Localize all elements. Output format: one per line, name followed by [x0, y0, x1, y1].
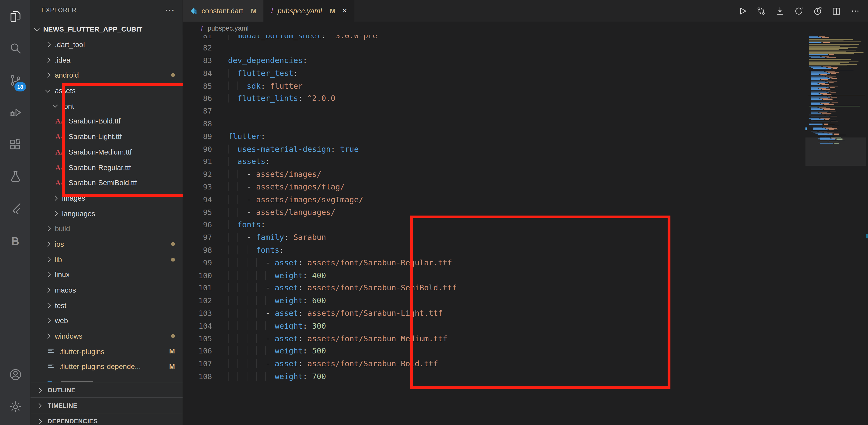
code-line-98[interactable]: 98 fonts:: [183, 244, 805, 256]
tree-item-lib[interactable]: lib: [31, 252, 183, 267]
file-tree: NEWS_FLUTTER_APP_CUBIT.dart_tool.ideaand…: [31, 22, 183, 382]
tree-item-sarabun-medium-ttf[interactable]: AASarabun-Medium.ttf: [31, 144, 183, 160]
account-activity-button[interactable]: [0, 359, 31, 391]
minimap-line: [808, 95, 865, 95]
flutter-activity-button[interactable]: [0, 193, 31, 225]
tree-item-font[interactable]: font: [31, 98, 183, 114]
code-line-105[interactable]: 105 - asset: assets/font/Sarabun-Medium.…: [183, 332, 805, 345]
code-line-84[interactable]: 84 flutter_test:: [183, 67, 805, 80]
git-compare-button[interactable]: [756, 6, 766, 16]
explorer-activity-button[interactable]: [0, 0, 31, 32]
testing-activity-button[interactable]: [0, 161, 31, 193]
split-editor-button[interactable]: [831, 6, 841, 16]
minimap[interactable]: [805, 22, 866, 425]
sync-button[interactable]: [794, 6, 804, 16]
overview-ruler-mark: [866, 234, 868, 238]
code-line-88[interactable]: 88: [183, 117, 805, 130]
tab-label: pubspec.yaml: [277, 6, 322, 15]
close-icon[interactable]: ✕: [342, 7, 347, 15]
tree-item-android[interactable]: android: [31, 68, 183, 83]
code-line-97[interactable]: 97 - family: Sarabun: [183, 231, 805, 244]
tree-item-sarabun-light-ttf[interactable]: AASarabun-Light.ttf: [31, 129, 183, 144]
code-editor[interactable]: 81 modal_bottom_sheet: ^3.0.0-pre8283dev…: [183, 29, 805, 425]
code-line-83[interactable]: 83dev_dependencies:: [183, 54, 805, 67]
code-line-104[interactable]: 104 weight: 300: [183, 320, 805, 332]
tree-item-sarabun-semibold-ttf[interactable]: AASarabun-SemiBold.ttf: [31, 175, 183, 191]
code-line-101[interactable]: 101 - asset: assets/font/Sarabun-SemiBol…: [183, 282, 805, 294]
more-actions-button[interactable]: [850, 6, 860, 16]
minimap-line: [808, 107, 865, 108]
tree-item-build[interactable]: build: [31, 221, 183, 236]
tree-item-label: font: [62, 102, 74, 110]
panel-header-timeline[interactable]: TIMELINE: [31, 397, 183, 413]
tree-item-ios[interactable]: ios: [31, 236, 183, 252]
code-line-91[interactable]: 91 assets:: [183, 155, 805, 168]
tab-pubspec-yaml[interactable]: !pubspec.yamlM✕: [264, 0, 354, 22]
tree-item-sarabun-regular-ttf[interactable]: AASarabun-Regular.ttf: [31, 160, 183, 175]
code-line-96[interactable]: 96 fonts:: [183, 219, 805, 231]
code-line-99[interactable]: 99 - asset: assets/font/Sarabun-Regular.…: [183, 256, 805, 269]
tree-item-images[interactable]: images: [31, 191, 183, 206]
panel-header-outline[interactable]: OUTLINE: [31, 382, 183, 398]
code-line-85[interactable]: 85 sdk: flutter: [183, 80, 805, 92]
code-line-82[interactable]: 82: [183, 42, 805, 54]
source-control-activity-button[interactable]: 18: [0, 64, 31, 96]
code-line-86[interactable]: 86 flutter_lints: ^2.0.0: [183, 92, 805, 105]
tree-item-sarabun-bold-ttf[interactable]: AASarabun-Bold.ttf: [31, 114, 183, 129]
code-line-94[interactable]: 94 - assets/images/svgImage/: [183, 193, 805, 206]
more-actions-icon[interactable]: ···: [165, 6, 175, 15]
settings-activity-button[interactable]: [0, 391, 31, 423]
line-number: 86: [183, 92, 212, 105]
line-number: 85: [183, 80, 212, 92]
yaml-warning-icon: !: [200, 24, 203, 33]
code-line-93[interactable]: 93 - assets/images/flag/: [183, 181, 805, 193]
tree-item-assets[interactable]: assets: [31, 83, 183, 98]
tree-item-windows[interactable]: windows: [31, 329, 183, 344]
code-line-100[interactable]: 100 weight: 400: [183, 269, 805, 282]
code-text: - assets/images/: [228, 168, 321, 181]
tree-item--dart-tool[interactable]: .dart_tool: [31, 37, 183, 52]
bloc-activity-button[interactable]: B: [0, 225, 31, 257]
tree-item--idea[interactable]: .idea: [31, 52, 183, 68]
history-button[interactable]: [812, 6, 823, 16]
code-line-106[interactable]: 106 weight: 500: [183, 345, 805, 358]
tree-item--flutter-plugins[interactable]: .flutter-pluginsM: [31, 344, 183, 359]
line-number: 82: [183, 42, 212, 54]
line-number: 103: [183, 307, 212, 320]
chevron-right-icon: [36, 403, 42, 408]
minimap-line: [808, 88, 865, 88]
tree-item-languages[interactable]: languages: [31, 206, 183, 221]
minimap-line: [808, 65, 865, 66]
code-text: - asset: assets/font/Sarabun-Regular.ttf: [228, 256, 452, 269]
code-line-108[interactable]: 108 weight: 700: [183, 370, 805, 383]
download-button[interactable]: [775, 6, 785, 16]
code-line-95[interactable]: 95 - assets/languages/: [183, 206, 805, 219]
tree-item-linux[interactable]: linux: [31, 267, 183, 282]
minimap-line: [808, 74, 865, 75]
tree-root-folder[interactable]: NEWS_FLUTTER_APP_CUBIT: [31, 22, 183, 37]
tab-constant-dart[interactable]: constant.dartM: [183, 0, 264, 22]
code-line-107[interactable]: 107 - asset: assets/font/Sarabun-Bold.tt…: [183, 358, 805, 370]
run-and-debug-activity-button[interactable]: [0, 96, 31, 128]
tree-item-clipped[interactable]: [31, 374, 183, 382]
code-line-89[interactable]: 89flutter:: [183, 130, 805, 143]
code-line-92[interactable]: 92 - assets/images/: [183, 168, 805, 181]
minimap-line: [808, 92, 865, 93]
line-number: 107: [183, 358, 212, 370]
code-line-87[interactable]: 87: [183, 105, 805, 117]
extensions-activity-button[interactable]: [0, 129, 31, 161]
tree-item-macos[interactable]: macos: [31, 282, 183, 298]
code-line-102[interactable]: 102 weight: 600: [183, 294, 805, 307]
code-line-103[interactable]: 103 - asset: assets/font/Sarabun-Light.t…: [183, 307, 805, 320]
minimap-line: [808, 137, 865, 138]
tree-item-test[interactable]: test: [31, 298, 183, 313]
search-activity-button[interactable]: [0, 32, 31, 64]
code-line-90[interactable]: 90 uses-material-design: true: [183, 143, 805, 155]
code-text: - asset: assets/font/Sarabun-Medium.ttf: [228, 332, 447, 345]
breadcrumb-file[interactable]: pubspec.yaml: [208, 25, 249, 32]
tree-item-label: Sarabun-Regular.ttf: [69, 163, 131, 171]
tree-item--flutter-plugins-depende-[interactable]: .flutter-plugins-depende...M: [31, 359, 183, 374]
panel-header-dependencies[interactable]: DEPENDENCIES: [31, 413, 183, 425]
tree-item-web[interactable]: web: [31, 313, 183, 329]
run-button[interactable]: [737, 6, 747, 16]
